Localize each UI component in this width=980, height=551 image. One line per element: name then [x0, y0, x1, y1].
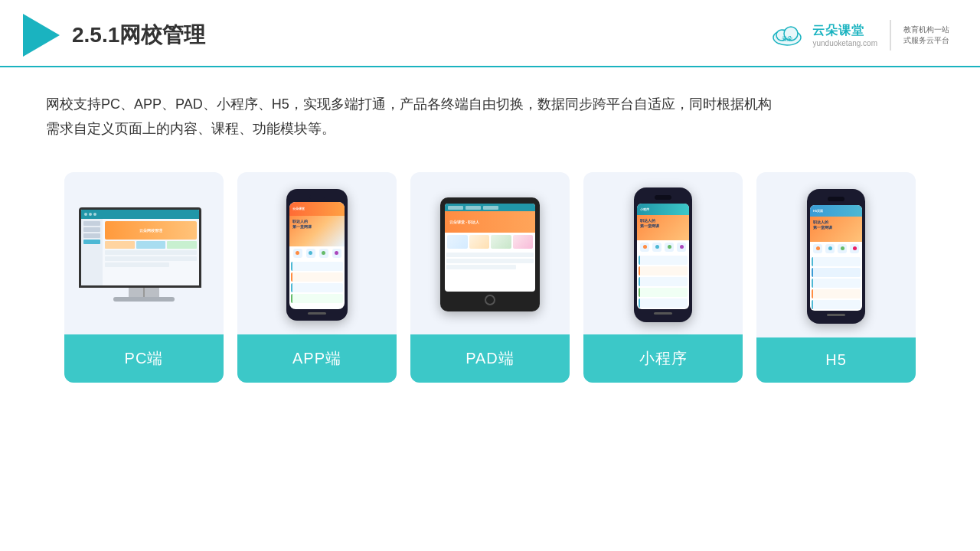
description-area: 网校支持PC、APP、PAD、小程序、H5，实现多端打通，产品各终端自由切换，数…: [0, 67, 980, 157]
card-h5-image: H5页面 职达人的第一堂网课: [756, 172, 916, 337]
header-right: 云朵 云朵课堂 yunduoketang.com 教育机构一站 式服务云平台: [768, 20, 949, 51]
card-h5: H5页面 职达人的第一堂网课: [756, 172, 916, 383]
brand-url: yunduoketang.com: [812, 39, 877, 47]
separator: [890, 20, 891, 51]
card-miniapp-label: 小程序: [583, 334, 743, 383]
brand-sub-text: 教育机构一站 式服务云平台: [903, 24, 949, 46]
header-left: 2.5.1网校管理: [23, 14, 205, 57]
card-pc-label: PC端: [64, 334, 224, 383]
cloud-icon: 云朵: [768, 21, 806, 50]
brand-subtitle2: 式服务云平台: [903, 35, 949, 46]
page-title: 2.5.1网校管理: [72, 21, 205, 50]
brand-subtitle: 教育机构一站: [903, 24, 949, 35]
card-h5-label: H5: [756, 337, 916, 383]
header: 2.5.1网校管理 云朵 云朵课堂 yunduoketang.com 教育机构一…: [0, 0, 980, 67]
brand-name: 云朵课堂: [812, 23, 864, 39]
card-app: 云朵课堂 职达人的第一堂网课: [237, 172, 397, 383]
card-miniapp-image: 小程序 职达人的第一堂网课: [583, 172, 743, 334]
card-pad: 云朵课堂 - 职达人: [410, 172, 570, 383]
pad-tablet-icon: 云朵课堂 - 职达人: [440, 197, 540, 311]
card-pad-image: 云朵课堂 - 职达人: [410, 172, 570, 334]
brand-logo: 云朵: [768, 21, 806, 50]
cards-container: 云朵网校管理: [0, 157, 980, 406]
miniapp-phone-icon: 小程序 职达人的第一堂网课: [634, 187, 692, 322]
svg-text:云朵: 云朵: [782, 36, 793, 42]
card-app-image: 云朵课堂 职达人的第一堂网课: [237, 172, 397, 334]
pc-monitor-icon: 云朵网校管理: [79, 207, 209, 302]
card-pc: 云朵网校管理: [64, 172, 224, 383]
h5-phone-icon: H5页面 职达人的第一堂网课: [807, 189, 865, 324]
card-pc-image: 云朵网校管理: [64, 172, 224, 334]
brand-text: 云朵课堂 yunduoketang.com: [812, 23, 877, 47]
card-miniapp: 小程序 职达人的第一堂网课: [583, 172, 743, 383]
description-text: 网校支持PC、APP、PAD、小程序、H5，实现多端打通，产品各终端自由切换，数…: [46, 92, 934, 142]
card-app-label: APP端: [237, 334, 397, 383]
card-pad-label: PAD端: [410, 334, 570, 383]
logo-triangle-icon: [23, 14, 60, 57]
app-phone-icon: 云朵课堂 职达人的第一堂网课: [286, 189, 348, 321]
